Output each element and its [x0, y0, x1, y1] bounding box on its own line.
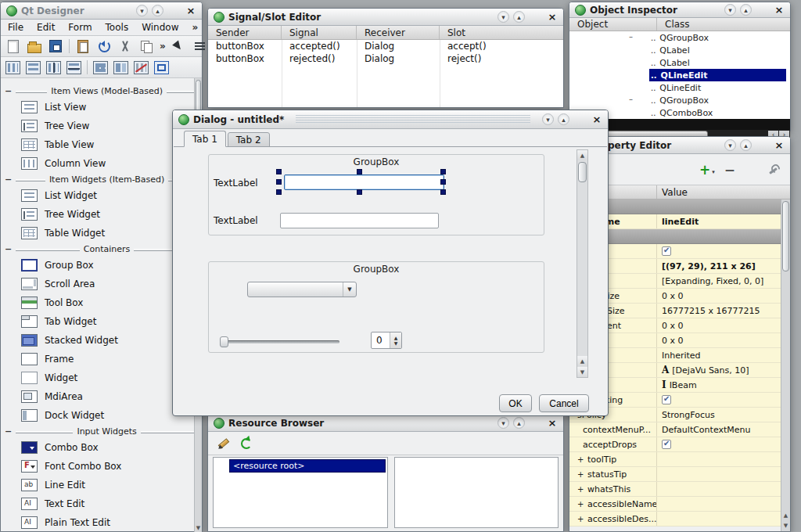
form-vertical-scrollbar[interactable]: [577, 149, 588, 378]
close-button[interactable]: [547, 11, 558, 23]
property-row-acceptdrops[interactable]: acceptDrops: [569, 437, 781, 452]
scrollbar-thumb[interactable]: [782, 201, 789, 271]
branch-icon[interactable]: –: [629, 32, 633, 41]
menu-form[interactable]: Form: [68, 22, 92, 33]
shade-button[interactable]: [497, 11, 509, 23]
tree-row-groupbox[interactable]: – ..QGroupBox: [569, 94, 790, 106]
reload-icon[interactable]: [241, 438, 252, 449]
toolbar-overflow-chevron[interactable]: »: [160, 41, 166, 52]
property-row-accessibledescription[interactable]: +accessibleDes...: [569, 512, 781, 527]
widget-combo-box[interactable]: Combo Box: [1, 438, 202, 457]
menu-edit[interactable]: Edit: [37, 22, 55, 33]
tree-row-lineedit[interactable]: ..QLineEdit: [569, 81, 790, 94]
scroll-up-button[interactable]: [577, 356, 587, 366]
break-layout-icon[interactable]: [134, 61, 149, 74]
undo-icon[interactable]: [96, 39, 112, 53]
widget-font-combo-box[interactable]: Font Combo Box: [1, 457, 202, 476]
line-edit-2[interactable]: [280, 213, 439, 228]
text-label-1[interactable]: TextLabel: [214, 178, 258, 189]
rb-titlebar[interactable]: Resource Browser: [208, 415, 563, 432]
configure-icon[interactable]: [768, 164, 781, 176]
slider-handle[interactable]: [220, 336, 228, 347]
remove-property-button[interactable]: −: [724, 162, 735, 178]
line-edit-selected[interactable]: [284, 174, 444, 190]
expand-icon[interactable]: +: [577, 470, 585, 479]
column-sender[interactable]: Sender: [208, 26, 282, 39]
shade-button[interactable]: [497, 417, 509, 429]
section-input-widgets[interactable]: Input Widgets: [1, 425, 202, 438]
buddy-editor-icon[interactable]: [192, 39, 208, 53]
open-form-icon[interactable]: [27, 39, 42, 53]
branch-icon[interactable]: –: [629, 95, 633, 103]
cancel-button[interactable]: Cancel: [539, 394, 589, 412]
spin-down-icon[interactable]: ▼: [394, 340, 398, 346]
checkbox-checked-icon[interactable]: [662, 395, 671, 404]
expand-icon[interactable]: +: [577, 485, 585, 494]
new-form-icon[interactable]: [5, 39, 21, 53]
maximize-button[interactable]: [513, 11, 525, 23]
shade-button[interactable]: [136, 5, 148, 16]
copy-icon[interactable]: [138, 39, 154, 53]
maximize-button[interactable]: [558, 113, 569, 125]
spin-buttons[interactable]: ▲▼: [390, 332, 401, 348]
resource-tree-panel[interactable]: <resource root>: [213, 457, 388, 528]
column-receiver[interactable]: Receiver: [357, 26, 440, 39]
spin-box[interactable]: 0 ▲▼: [371, 332, 402, 349]
maximize-button[interactable]: [740, 4, 752, 16]
tree-row-label[interactable]: ..QLabel: [569, 56, 790, 69]
resize-handle[interactable]: [440, 189, 446, 195]
close-button[interactable]: [547, 417, 558, 429]
resize-handle[interactable]: [357, 189, 362, 195]
column-slot[interactable]: Slot: [440, 26, 563, 39]
scrollbar-thumb[interactable]: [578, 162, 587, 182]
maximize-button[interactable]: [152, 5, 163, 16]
layout-grid-icon[interactable]: [93, 61, 108, 74]
resize-handle[interactable]: [276, 169, 282, 174]
resize-handle[interactable]: [276, 179, 282, 185]
table-row[interactable]: buttonBox accepted() Dialog accept(): [208, 40, 563, 52]
layout-form-icon[interactable]: [113, 61, 128, 74]
resize-handle[interactable]: [276, 189, 282, 195]
menu-overflow-chevron[interactable]: »: [192, 22, 198, 33]
cut-icon[interactable]: [117, 39, 133, 53]
shade-button[interactable]: [542, 113, 554, 125]
adjust-size-icon[interactable]: [154, 61, 169, 74]
scroll-down-button[interactable]: [577, 367, 587, 377]
column-object[interactable]: Object: [569, 18, 657, 31]
widget-text-edit[interactable]: Text Edit: [1, 494, 202, 513]
tree-row-groupbox[interactable]: – ..QGroupBox: [569, 31, 790, 44]
collapse-icon[interactable]: [5, 426, 12, 437]
menu-file[interactable]: File: [8, 22, 23, 33]
tree-row-lineedit-selected[interactable]: ..QLineEdit: [569, 69, 790, 81]
main-titlebar[interactable]: Qt Designer: [1, 2, 202, 20]
property-row-accessiblename[interactable]: +accessibleName: [569, 497, 781, 512]
maximize-button[interactable]: [513, 417, 525, 429]
paste-icon[interactable]: [75, 39, 91, 53]
close-button[interactable]: [774, 4, 785, 16]
resize-handle[interactable]: [440, 179, 446, 185]
edit-resources-icon[interactable]: [216, 437, 230, 451]
spin-up-icon[interactable]: ▲: [394, 335, 398, 340]
section-item-views[interactable]: Item Views (Model-Based): [1, 84, 202, 98]
ok-button[interactable]: OK: [499, 394, 532, 412]
resource-preview-panel[interactable]: [394, 457, 559, 528]
resource-root-item[interactable]: <resource root>: [229, 459, 386, 473]
layout-splitter-horizontal-icon[interactable]: [46, 61, 61, 74]
shade-button[interactable]: [724, 139, 736, 151]
checkbox-checked-icon[interactable]: [662, 440, 671, 449]
scroll-up-button[interactable]: [781, 510, 790, 520]
tab-2[interactable]: Tab 2: [228, 132, 270, 147]
save-form-icon[interactable]: [48, 39, 63, 53]
expand-icon[interactable]: +: [577, 500, 585, 509]
scroll-down-button[interactable]: [781, 520, 790, 530]
resize-handle[interactable]: [357, 169, 362, 174]
close-button[interactable]: [185, 5, 196, 16]
layout-horizontal-icon[interactable]: [5, 61, 20, 74]
menu-tools[interactable]: Tools: [106, 22, 129, 33]
maximize-button[interactable]: [740, 139, 752, 151]
column-value[interactable]: Value: [657, 187, 790, 198]
menu-window[interactable]: Window: [142, 22, 178, 33]
tree-row-label[interactable]: ..QLabel: [569, 44, 790, 56]
collapse-icon[interactable]: [5, 244, 12, 254]
text-label-2[interactable]: TextLabel: [214, 215, 258, 226]
